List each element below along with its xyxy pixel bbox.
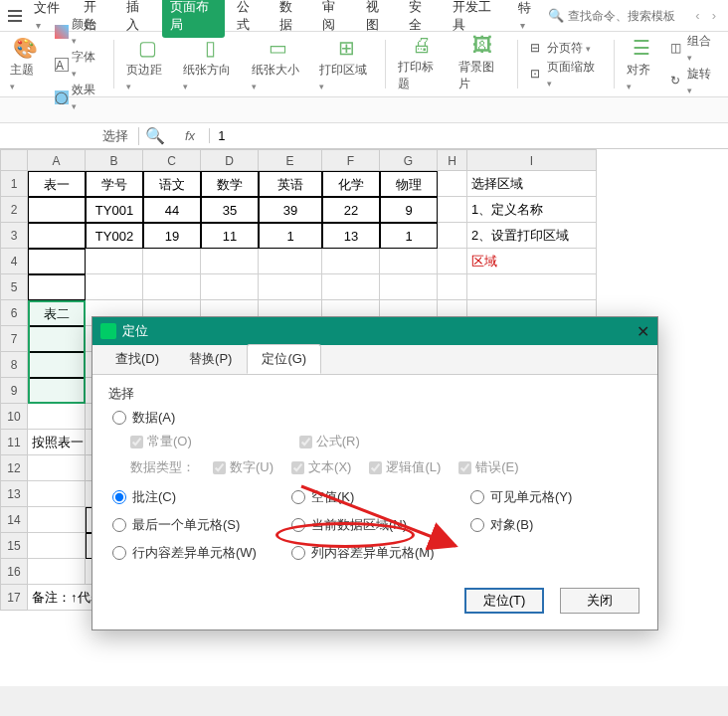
cell[interactable]: 13 — [322, 223, 380, 249]
cell[interactable] — [201, 249, 259, 274]
cell[interactable] — [201, 274, 259, 300]
cell[interactable]: 9 — [380, 197, 438, 223]
cell[interactable]: 选择区域 — [467, 171, 597, 197]
cell[interactable]: 英语 — [259, 171, 322, 197]
cell[interactable] — [259, 249, 322, 274]
close-icon[interactable]: ✕ — [637, 322, 649, 341]
cell[interactable] — [28, 274, 86, 300]
cell[interactable] — [28, 559, 86, 585]
ribbon-pagescale[interactable]: ⊡页面缩放 — [530, 59, 601, 90]
opt-blank[interactable]: 空值(K) — [291, 488, 470, 506]
cell[interactable] — [28, 507, 86, 533]
ribbon-rotate[interactable]: ↻旋转 — [670, 66, 718, 96]
ribbon-orient[interactable]: ▯纸张方向 — [179, 36, 241, 92]
cell[interactable]: TY002 — [86, 223, 143, 249]
row-header[interactable]: 5 — [0, 274, 28, 300]
select-all-corner[interactable] — [0, 149, 28, 171]
menu-formula[interactable]: 公式 — [229, 0, 268, 38]
row-headers[interactable]: 1234567891011121314151617 — [0, 171, 28, 611]
cell[interactable]: 表一 — [28, 171, 86, 197]
row-header[interactable]: 14 — [0, 507, 28, 533]
menu-view[interactable]: 视图 — [358, 0, 397, 38]
tab-goto[interactable]: 定位(G) — [247, 344, 321, 374]
cell[interactable]: 表二 — [28, 300, 86, 326]
dialog-titlebar[interactable]: 定位 ✕ — [92, 317, 657, 345]
close-button[interactable]: 关闭 — [560, 588, 639, 614]
cell[interactable]: 39 — [259, 197, 322, 223]
ribbon-printtitle[interactable]: 🖨打印标题 — [394, 36, 449, 92]
cell[interactable]: 44 — [143, 197, 201, 223]
cell[interactable] — [28, 249, 86, 274]
col-header[interactable]: H — [438, 149, 467, 171]
ribbon-pagebreak[interactable]: ⊟分页符 — [530, 40, 601, 57]
opt-coldiff[interactable]: 列内容差异单元格(M) — [291, 544, 470, 562]
col-header[interactable]: B — [86, 149, 143, 171]
cell[interactable]: 学号 — [86, 171, 143, 197]
opt-data[interactable]: 数据(A) — [112, 409, 641, 427]
col-header[interactable]: C — [143, 149, 201, 171]
menu-review[interactable]: 审阅 — [314, 0, 353, 38]
ribbon-theme[interactable]: 🎨主题 — [6, 36, 45, 92]
menu-insert[interactable]: 插入 — [118, 0, 157, 38]
row-header[interactable]: 12 — [0, 455, 28, 481]
cell[interactable]: 化学 — [322, 171, 380, 197]
cell[interactable] — [438, 197, 467, 223]
cell[interactable] — [28, 223, 86, 249]
opt-comment[interactable]: 批注(C) — [112, 488, 291, 506]
cell[interactable] — [467, 274, 597, 300]
cell[interactable]: 语文 — [143, 171, 201, 197]
chev-left-icon[interactable]: ‹ — [691, 8, 703, 23]
row-header[interactable]: 3 — [0, 223, 28, 249]
ribbon-size[interactable]: ▭纸张大小 — [248, 36, 309, 92]
cell[interactable] — [438, 171, 467, 197]
cell[interactable] — [28, 533, 86, 559]
cell[interactable]: 按照表一 — [28, 430, 86, 455]
col-header[interactable]: G — [380, 149, 438, 171]
ribbon-font[interactable]: A字体 — [55, 49, 102, 80]
chev-right-icon[interactable]: › — [708, 8, 720, 23]
ribbon-align[interactable]: ☰对齐 — [623, 36, 661, 92]
menu-data[interactable]: 数据 — [272, 0, 310, 38]
ribbon-printarea[interactable]: ⊞打印区域 — [315, 36, 377, 92]
row-header[interactable]: 6 — [0, 300, 28, 326]
cell[interactable] — [380, 249, 438, 274]
cell[interactable]: 物理 — [380, 171, 438, 197]
cell[interactable]: 1 — [380, 223, 438, 249]
opt-last[interactable]: 最后一个单元格(S) — [112, 516, 291, 534]
cell[interactable]: 1 — [259, 223, 322, 249]
row-header[interactable]: 2 — [0, 197, 28, 223]
cell[interactable] — [86, 274, 143, 300]
cell[interactable] — [438, 274, 467, 300]
row-header[interactable]: 10 — [0, 404, 28, 430]
row-header[interactable]: 15 — [0, 533, 28, 559]
cell[interactable] — [438, 249, 467, 274]
row-header[interactable]: 17 — [0, 585, 28, 611]
row-header[interactable]: 8 — [0, 352, 28, 378]
col-header[interactable]: D — [201, 149, 259, 171]
col-header[interactable]: A — [28, 149, 86, 171]
cell[interactable] — [86, 249, 143, 274]
tab-replace[interactable]: 替换(P) — [174, 344, 247, 374]
cell[interactable] — [28, 326, 86, 352]
opt-curregion[interactable]: 当前数据区域(N) — [291, 516, 470, 534]
opt-objects[interactable]: 对象(B) — [470, 516, 630, 534]
cell[interactable]: 35 — [201, 197, 259, 223]
menu-dev[interactable]: 开发工具 — [445, 0, 507, 38]
cell[interactable] — [143, 274, 201, 300]
cell[interactable] — [143, 249, 201, 274]
cell[interactable] — [259, 274, 322, 300]
goto-button[interactable]: 定位(T) — [464, 588, 544, 614]
row-header[interactable]: 16 — [0, 559, 28, 585]
search-small-icon[interactable]: 🔍 — [139, 126, 171, 145]
opt-visible[interactable]: 可见单元格(Y) — [470, 488, 630, 506]
row-header[interactable]: 13 — [0, 481, 28, 507]
row-header[interactable]: 7 — [0, 326, 28, 352]
cell[interactable] — [438, 223, 467, 249]
tab-find[interactable]: 查找(D) — [100, 344, 174, 374]
cell[interactable] — [28, 455, 86, 481]
name-box[interactable]: 选择 — [0, 127, 139, 145]
row-header[interactable]: 1 — [0, 171, 28, 197]
col-header[interactable]: I — [467, 149, 597, 171]
column-headers[interactable]: ABCDEFGHI — [28, 149, 597, 171]
cell[interactable]: 数学 — [201, 171, 259, 197]
